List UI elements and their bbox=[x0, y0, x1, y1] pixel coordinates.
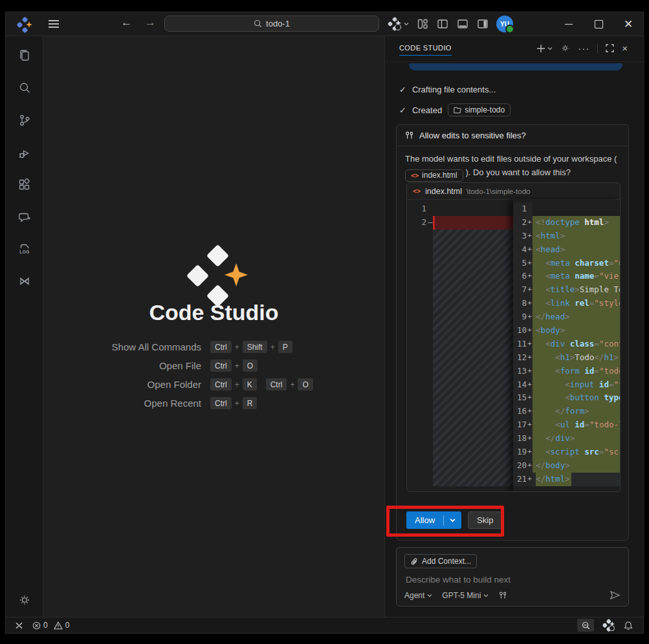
source-control-icon[interactable] bbox=[17, 113, 32, 128]
chat-icon[interactable] bbox=[17, 209, 32, 225]
file-chip[interactable]: <>index.html bbox=[405, 169, 463, 182]
added-marker: + bbox=[527, 257, 533, 270]
search-icon bbox=[254, 19, 262, 28]
diff-file-path: \todo-1\simple-todo bbox=[467, 188, 530, 195]
chat-settings-gear-icon[interactable] bbox=[560, 43, 570, 53]
confirmation-message: The model wants to edit files outside of… bbox=[397, 146, 628, 184]
avatar[interactable]: YU bbox=[496, 16, 513, 32]
search-value: todo-1 bbox=[266, 19, 290, 28]
diff-line: 20+</body> bbox=[513, 459, 620, 473]
added-marker: + bbox=[527, 418, 533, 432]
chat-input-box[interactable]: Add Context... Describe what to build ne… bbox=[396, 547, 629, 606]
diff-line: 8+ <link rel="style bbox=[513, 297, 620, 310]
diff-line-number: 16 bbox=[513, 405, 527, 418]
customize-layout-button[interactable] bbox=[416, 17, 429, 30]
back-button[interactable]: ← bbox=[121, 16, 132, 28]
diff-line-code: <head> bbox=[533, 243, 620, 257]
diff-line-code: <body> bbox=[533, 324, 620, 338]
diff-line-number: 3 bbox=[513, 230, 527, 243]
extensions-icon[interactable] bbox=[17, 177, 32, 193]
close-button[interactable]: ✕ bbox=[613, 12, 643, 36]
diff-line: 19+ <script src="scr bbox=[513, 445, 620, 459]
errors-count: 0 bbox=[43, 621, 48, 630]
chat-input-placeholder[interactable]: Describe what to build next bbox=[406, 575, 511, 585]
toggle-secondary-sidebar-button[interactable] bbox=[476, 17, 489, 30]
diff-body[interactable]: 1 2 – 12+<!doctype html>3+<html>4+<head>… bbox=[407, 200, 620, 491]
allow-dropdown-button[interactable] bbox=[444, 518, 461, 522]
activity-bar: LOG bbox=[6, 36, 43, 617]
plus-separator: + bbox=[270, 343, 275, 352]
tools-icon[interactable] bbox=[498, 591, 507, 600]
diff-line-code: <meta charset="u bbox=[533, 257, 620, 270]
diff-line: 6+ <meta name="vie bbox=[513, 270, 620, 283]
toggle-sidebar-button[interactable] bbox=[436, 17, 449, 30]
diff-line-number: 5 bbox=[513, 257, 527, 270]
app-logo-icon bbox=[17, 17, 32, 32]
settings-gear-icon[interactable] bbox=[17, 592, 32, 608]
added-marker: + bbox=[527, 243, 533, 257]
minimize-button[interactable] bbox=[554, 12, 584, 36]
nav-arrows: ← → bbox=[121, 16, 156, 29]
maximize-panel-icon[interactable] bbox=[606, 44, 614, 52]
folder-chip-label: simple-todo bbox=[465, 105, 505, 114]
created-folder-chip[interactable]: simple-todo bbox=[448, 103, 511, 116]
search-sidebar-icon[interactable] bbox=[17, 80, 32, 96]
diff-line-code: <link rel="style bbox=[533, 297, 620, 310]
zoom-out-button[interactable] bbox=[577, 619, 594, 632]
maximize-button[interactable] bbox=[584, 12, 613, 36]
skip-button[interactable]: Skip bbox=[468, 511, 502, 529]
message-text: ). Do you want to allow this? bbox=[465, 167, 571, 177]
diff-line-code: <meta name="vie bbox=[533, 270, 620, 283]
menu-icon[interactable] bbox=[49, 20, 59, 28]
shortcut-keys: Ctrl+R bbox=[210, 397, 257, 409]
explorer-icon[interactable] bbox=[17, 48, 32, 63]
added-marker: + bbox=[527, 473, 533, 486]
key-shift: Shift bbox=[243, 341, 267, 353]
search-box[interactable]: todo-1 bbox=[164, 16, 379, 32]
diff-line-code: <title>Simple To bbox=[533, 283, 620, 297]
log-icon[interactable]: LOG bbox=[17, 242, 32, 257]
model-dropdown[interactable]: GPT-5 Mini bbox=[442, 591, 489, 600]
shortcut-row: Open FolderCtrl+KCtrl+O bbox=[72, 375, 369, 394]
copilot-menu-button[interactable] bbox=[388, 17, 409, 31]
key-ctrl: Ctrl bbox=[210, 397, 232, 409]
key-k: K bbox=[243, 378, 257, 391]
removed-marker: – bbox=[428, 216, 433, 230]
shortcut-row: Open FileCtrl+O bbox=[72, 356, 369, 375]
run-debug-icon[interactable] bbox=[17, 145, 32, 161]
diff-file-header: <> index.html \todo-1\simple-todo bbox=[407, 183, 620, 200]
key-r: R bbox=[243, 397, 258, 409]
send-button[interactable] bbox=[610, 590, 621, 600]
diff-line: 18+ </div> bbox=[513, 432, 620, 445]
forward-button[interactable]: → bbox=[145, 16, 156, 28]
shortcut-keys: Ctrl+KCtrl+O bbox=[210, 378, 313, 391]
key-ctrl: Ctrl bbox=[266, 378, 287, 391]
diff-line: 7+ <title>Simple To bbox=[513, 283, 620, 297]
confirmation-card: Allow edits to sensitive files? The mode… bbox=[396, 124, 629, 541]
status-dot bbox=[505, 25, 514, 34]
diff-line: 12+ <h1>Todo</h1> bbox=[513, 351, 620, 365]
tab-code-studio[interactable]: CODE STUDIO bbox=[399, 44, 452, 56]
toggle-panel-button[interactable] bbox=[456, 17, 469, 30]
chat-input-controls: Agent GPT-5 Mini bbox=[404, 591, 507, 600]
shortcut-keys: Ctrl+Shift+P bbox=[210, 341, 292, 353]
remote-indicator-icon[interactable] bbox=[15, 621, 23, 630]
diff-line: 16+ </form> bbox=[513, 405, 620, 418]
added-marker: + bbox=[527, 391, 533, 405]
close-panel-icon[interactable]: × bbox=[622, 43, 628, 54]
diff-line-number: 8 bbox=[513, 297, 527, 310]
diff-line-code: <form id="todo bbox=[533, 365, 620, 378]
check-icon: ✓ bbox=[399, 85, 406, 94]
add-context-button[interactable]: Add Context... bbox=[404, 554, 477, 568]
allow-button[interactable]: Allow bbox=[406, 511, 461, 529]
problems-indicator[interactable]: 0 0 bbox=[32, 621, 69, 630]
added-marker: + bbox=[527, 283, 533, 297]
dev-tools-icon[interactable] bbox=[17, 274, 32, 289]
copilot-status-icon[interactable] bbox=[602, 619, 615, 632]
mode-dropdown[interactable]: Agent bbox=[404, 591, 432, 600]
new-chat-button[interactable] bbox=[536, 44, 553, 53]
more-actions-icon[interactable]: ··· bbox=[578, 43, 589, 54]
shortcut-label: Open Recent bbox=[72, 398, 201, 409]
shortcut-label: Open File bbox=[72, 360, 201, 371]
notifications-bell-icon[interactable] bbox=[624, 621, 633, 630]
